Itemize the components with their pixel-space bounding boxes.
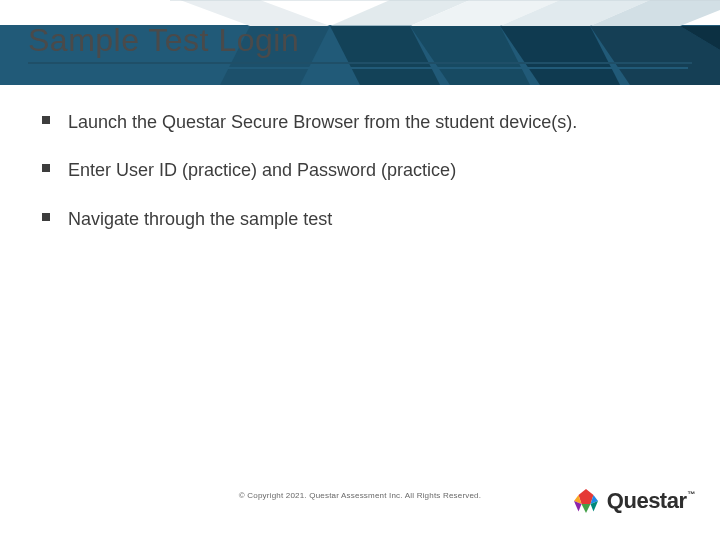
- header-band: Sample Test Login: [0, 0, 720, 85]
- svg-marker-16: [581, 504, 590, 513]
- logo-trademark: ™: [688, 490, 696, 499]
- slide-title: Sample Test Login: [28, 22, 299, 59]
- content-area: Launch the Questar Secure Browser from t…: [38, 110, 680, 255]
- questar-logo: Questar™: [571, 486, 694, 516]
- bullet-item: Enter User ID (practice) and Password (p…: [38, 158, 680, 182]
- logo-mark-icon: [571, 486, 601, 516]
- bullet-text: Enter User ID (practice) and Password (p…: [68, 160, 456, 180]
- logo-wordmark: Questar™: [607, 488, 694, 514]
- footer: © Copyright 2021. Questar Assessment Inc…: [0, 486, 720, 526]
- logo-text-value: Questar: [607, 488, 687, 513]
- bullet-text: Navigate through the sample test: [68, 209, 332, 229]
- bullet-item: Navigate through the sample test: [38, 207, 680, 231]
- bullet-item: Launch the Questar Secure Browser from t…: [38, 110, 680, 134]
- bullet-list: Launch the Questar Secure Browser from t…: [38, 110, 680, 231]
- title-underline: [28, 62, 692, 64]
- bullet-text: Launch the Questar Secure Browser from t…: [68, 112, 577, 132]
- slide: Sample Test Login Launch the Questar Sec…: [0, 0, 720, 540]
